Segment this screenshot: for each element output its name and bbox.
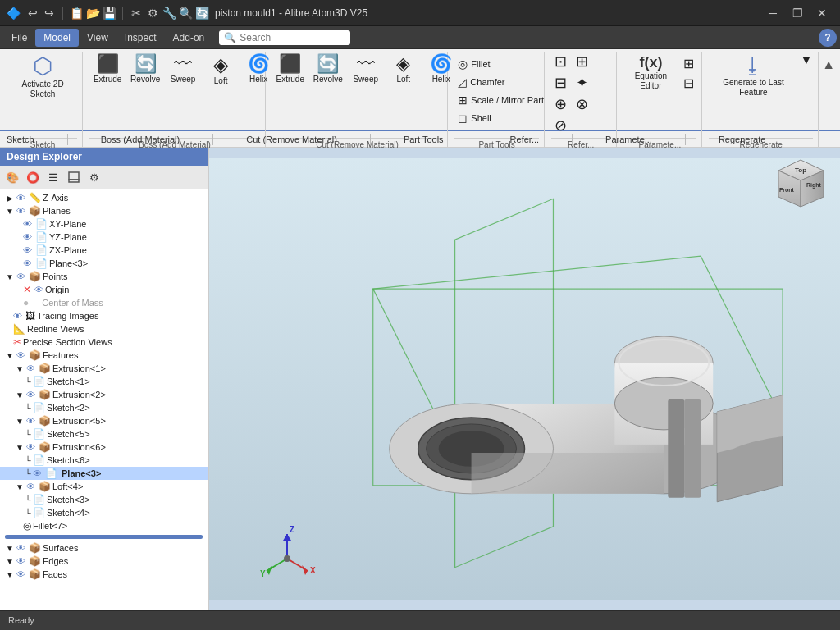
de-color-button[interactable]: 🎨 [3, 168, 21, 186]
settings1-icon[interactable]: ⚙ [146, 7, 159, 20]
ext2-eye[interactable]: 👁 [26, 390, 35, 399]
tree-item-z-axis[interactable]: ▶ 👁 📏 Z-Axis [0, 191, 208, 204]
menu-model[interactable]: Model [35, 29, 79, 47]
ref4-button[interactable]: ✦ [573, 74, 592, 94]
origin-eye[interactable]: 👁 [34, 285, 43, 294]
ext1-toggle[interactable]: ▼ [15, 364, 25, 373]
tree-item-faces[interactable]: ▼ 👁 📦 Faces [0, 568, 208, 581]
plane3b-eye[interactable]: 👁 [33, 468, 42, 478]
tree-item-loft4[interactable]: ▼ 👁 📦 Loft<4> [0, 480, 208, 493]
save-icon[interactable]: 💾 [103, 7, 116, 20]
tree-item-origin[interactable]: ✕ 👁 Origin [0, 283, 208, 296]
ref3-button[interactable]: ⊟ [551, 74, 571, 94]
fillet-button[interactable]: ◎ Fillet [454, 56, 547, 72]
ext6-toggle[interactable]: ▼ [15, 443, 25, 452]
tree-item-extrusion5[interactable]: ▼ 👁 📦 Extrusion<5> [0, 414, 208, 427]
tree-item-planes[interactable]: ▼ 👁 📦 Planes [0, 204, 208, 217]
edges-eye[interactable]: 👁 [16, 556, 25, 566]
help-button[interactable]: ? [819, 29, 837, 47]
equation-editor-button[interactable]: f(x) Equation Editor [623, 52, 679, 94]
orientation-cube[interactable]: Top Front Right [770, 156, 832, 217]
tree-item-edges[interactable]: ▼ 👁 📦 Edges [0, 555, 208, 568]
loft-boss-button[interactable]: ◈ Loft [203, 52, 239, 89]
new-icon[interactable]: 📋 [70, 7, 83, 20]
params1-button[interactable]: ⊞ [680, 56, 696, 74]
planes-eye[interactable]: 👁 [16, 206, 25, 216]
tree-item-zx-plane[interactable]: 👁 📄 ZX-Plane [0, 244, 208, 257]
ref6-button[interactable]: ⊗ [573, 95, 592, 115]
de-orbit-button[interactable]: ⭕ [24, 168, 42, 186]
faces-eye[interactable]: 👁 [16, 569, 25, 579]
yz-eye[interactable]: 👁 [23, 232, 32, 242]
generate-to-last-button[interactable]: ⭳ Generate to Last Feature [709, 52, 798, 100]
de-export-button[interactable] [65, 168, 83, 186]
planes-toggle[interactable]: ▼ [5, 207, 15, 216]
tree-item-points[interactable]: ▼ 👁 📦 Points [0, 270, 208, 283]
tree-item-extrusion2[interactable]: ▼ 👁 📦 Extrusion<2> [0, 388, 208, 401]
activate-2d-sketch-button[interactable]: ⬡ Activate 2D Sketch [8, 52, 77, 102]
chamfer-button[interactable]: ◿ Chamfer [454, 74, 547, 90]
sweep-boss-button[interactable]: 〰 Sweep [165, 52, 201, 87]
de-list-button[interactable]: ☰ [44, 168, 62, 186]
tree-item-surfaces[interactable]: ▼ 👁 📦 Surfaces [0, 541, 208, 555]
extrude-boss-button[interactable]: ⬛ Extrude [89, 52, 126, 87]
loft-cut-button[interactable]: ◈ Loft [386, 52, 422, 87]
tree-item-features[interactable]: ▼ 👁 📦 Features [0, 349, 208, 362]
de-settings-button[interactable]: ⚙ [85, 168, 103, 186]
settings2-icon[interactable]: 🔧 [162, 7, 176, 20]
z-axis-toggle[interactable]: ▶ [5, 194, 15, 203]
revolve-cut-button[interactable]: 🔄 Revolve [310, 52, 346, 87]
scale-mirror-button[interactable]: ⊞ Scale / Mirror Part [454, 92, 547, 108]
tree-item-sketch6[interactable]: └ 📄 Sketch<6> [0, 454, 208, 467]
search-toolbar-icon[interactable]: 🔍 [179, 7, 192, 20]
points-eye[interactable]: 👁 [16, 272, 25, 281]
tree-item-tracing-images[interactable]: 👁 🖼 Tracing Images [0, 309, 208, 322]
restore-button[interactable]: ❐ [786, 5, 809, 21]
undo-icon[interactable]: ↩ [26, 7, 39, 20]
tree-item-sketch5[interactable]: └ 📄 Sketch<5> [0, 427, 208, 441]
minimize-button[interactable]: ─ [761, 5, 784, 21]
xy-eye[interactable]: 👁 [23, 219, 32, 229]
params2-button[interactable]: ⊟ [680, 75, 696, 94]
ref5-button[interactable]: ⊕ [551, 95, 571, 115]
surfaces-eye[interactable]: 👁 [16, 543, 25, 553]
faces-toggle[interactable]: ▼ [5, 570, 15, 579]
search-input[interactable] [240, 32, 338, 43]
ti-eye[interactable]: 👁 [13, 311, 22, 321]
surfaces-toggle[interactable]: ▼ [5, 544, 15, 553]
shell-button[interactable]: ◻ Shell [454, 110, 547, 126]
ext5-toggle[interactable]: ▼ [15, 417, 25, 426]
ext1-eye[interactable]: 👁 [26, 363, 35, 373]
ribbon-collapse-icon[interactable]: ▲ [820, 56, 837, 74]
menu-file[interactable]: File [3, 29, 35, 47]
zx-eye[interactable]: 👁 [23, 245, 32, 255]
tree-item-sketch4[interactable]: └ 📄 Sketch<4> [0, 506, 208, 519]
revolve-boss-button[interactable]: 🔄 Revolve [127, 52, 163, 87]
tree-item-precise-section[interactable]: ✂ Precise Section Views [0, 336, 208, 349]
tree-item-yz-plane[interactable]: 👁 📄 YZ-Plane [0, 231, 208, 244]
ext6-eye[interactable]: 👁 [26, 442, 35, 452]
ref1-button[interactable]: ⊡ [551, 52, 571, 72]
tree-item-xy-plane[interactable]: 👁 📄 XY-Plane [0, 217, 208, 231]
redo-icon[interactable]: ↪ [43, 7, 56, 20]
viewport[interactable]: Top Front Right X Y Z [209, 148, 840, 610]
features-toggle[interactable]: ▼ [5, 351, 15, 360]
tree-item-plane3b[interactable]: └ 👁 📄 Plane<3> [0, 467, 208, 480]
edges-toggle[interactable]: ▼ [5, 557, 15, 566]
tree-item-sketch1[interactable]: └ 📄 Sketch<1> [0, 375, 208, 388]
tree-item-extrusion1[interactable]: ▼ 👁 📦 Extrusion<1> [0, 362, 208, 375]
menu-view[interactable]: View [79, 29, 116, 47]
refresh-icon[interactable]: 🔄 [195, 7, 208, 20]
tree-item-sketch3[interactable]: └ 📄 Sketch<3> [0, 493, 208, 506]
regen-dropdown-button[interactable]: ▼ [800, 52, 813, 69]
points-toggle[interactable]: ▼ [5, 272, 15, 281]
loft4-toggle[interactable]: ▼ [15, 482, 25, 491]
ref2-button[interactable]: ⊞ [573, 52, 592, 72]
close-button[interactable]: ✕ [810, 5, 833, 21]
tree-item-redline-views[interactable]: 📐 Redline Views [0, 322, 208, 336]
cut-icon[interactable]: ✂ [130, 7, 143, 20]
extrude-cut-button[interactable]: ⬛ Extrude [272, 52, 308, 87]
tree-item-fillet7[interactable]: ◎ Fillet<7> [0, 519, 208, 532]
ribbon-expand[interactable]: ▲ [820, 52, 837, 151]
loft4-eye[interactable]: 👁 [26, 482, 35, 491]
